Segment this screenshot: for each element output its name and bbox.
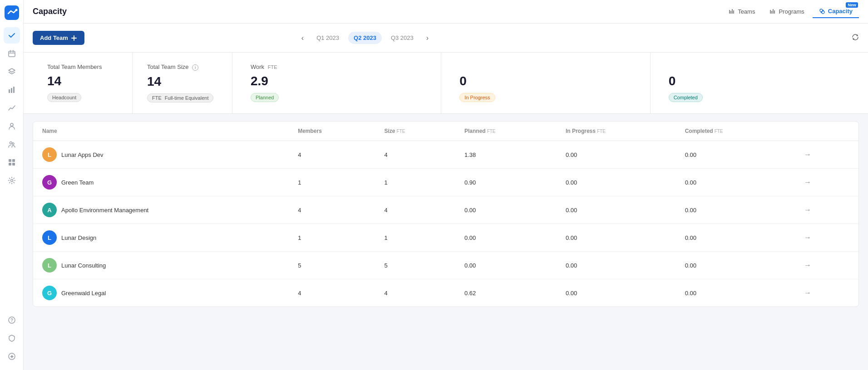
table-row: A Apollo Environment Management 4 4 0.00…: [33, 196, 858, 224]
sidebar-icon-people[interactable]: [4, 118, 20, 134]
row-navigate-button[interactable]: →: [800, 176, 815, 188]
page-content: Add Team ‹ Q1 2023 Q2 2023 Q3 2023 ›: [24, 24, 868, 370]
tab-capacity[interactable]: Capacity New: [813, 5, 859, 18]
sidebar-icon-help[interactable]: ?: [4, 312, 20, 328]
svg-rect-23: [732, 9, 733, 14]
work-in-progress-badge: In Progress: [459, 93, 495, 102]
cell-name: G Green Team: [33, 169, 289, 196]
teams-table: Name Members SizeFTE PlannedFTE In Progr…: [33, 121, 859, 307]
sidebar-icon-person[interactable]: [4, 136, 20, 152]
cell-name: L Lunar Design: [33, 224, 289, 252]
stat-total-size: Total Team Size i 14 FTE Full-time Equiv…: [133, 53, 232, 113]
cell-name: A Apollo Environment Management: [33, 196, 289, 224]
table-header: Name Members SizeFTE PlannedFTE In Progr…: [33, 122, 858, 141]
work-completed: 0 Completed: [651, 53, 859, 113]
work-planned-value: 2.9: [251, 74, 423, 88]
cell-members: 4: [289, 279, 375, 307]
svg-rect-2: [9, 51, 15, 57]
tab-programs[interactable]: Programs: [763, 5, 810, 18]
svg-rect-26: [771, 11, 772, 14]
work-sections: Work FTE 2.9 Planned 0 In Progress: [232, 53, 859, 113]
sidebar-icon-chart-bar[interactable]: [4, 82, 20, 98]
sidebar-icon-calendar[interactable]: [4, 45, 20, 62]
sidebar-icon-bolt[interactable]: ✦: [4, 348, 20, 365]
sidebar-icon-chart-line[interactable]: [4, 100, 20, 116]
stats-row: Total Team Members 14 Headcount Total Te…: [24, 53, 868, 114]
cell-completed: 0.00: [676, 252, 791, 279]
cell-in-progress: 0.00: [557, 279, 676, 307]
svg-rect-13: [12, 159, 15, 162]
row-navigate-button[interactable]: →: [800, 204, 815, 216]
tab-capacity-label: Capacity: [828, 8, 853, 15]
cell-arrow: →: [791, 169, 858, 196]
col-name: Name: [33, 122, 289, 141]
svg-rect-8: [13, 87, 15, 93]
svg-text:?: ?: [10, 318, 13, 323]
col-size: SizeFTE: [375, 122, 455, 141]
svg-point-16: [10, 180, 13, 182]
row-navigate-button[interactable]: →: [800, 259, 815, 271]
sidebar-icon-check[interactable]: [4, 27, 20, 44]
programs-icon: [769, 9, 776, 15]
quarter-prev-button[interactable]: ‹: [298, 32, 307, 44]
plus-icon: [71, 35, 77, 41]
app-logo[interactable]: [5, 5, 19, 20]
tab-teams-label: Teams: [738, 8, 755, 15]
tab-programs-label: Programs: [779, 8, 804, 15]
svg-rect-24: [733, 10, 734, 14]
sidebar-icon-grid[interactable]: [4, 154, 20, 170]
team-avatar: A: [42, 203, 57, 217]
cell-completed: 0.00: [676, 141, 791, 169]
sidebar-icon-settings[interactable]: [4, 172, 20, 189]
tab-teams[interactable]: Teams: [722, 5, 761, 18]
quarter-q1[interactable]: Q1 2023: [311, 32, 345, 44]
team-avatar: G: [42, 175, 57, 190]
table-row: L Lunar Design 1 1 0.00 0.00 0.00 →: [33, 224, 858, 252]
stat-size-value: 14: [147, 74, 217, 89]
sidebar-icon-shield[interactable]: [4, 330, 20, 346]
row-navigate-button[interactable]: →: [800, 287, 815, 299]
top-navigation: Capacity Teams Programs: [24, 0, 868, 24]
cell-in-progress: 0.00: [557, 169, 676, 196]
svg-point-32: [822, 11, 824, 14]
sidebar-bottom: ? ✦: [4, 312, 20, 365]
cell-arrow: →: [791, 252, 858, 279]
cell-planned: 1.38: [455, 141, 557, 169]
refresh-button[interactable]: [852, 34, 859, 43]
cell-in-progress: 0.00: [557, 224, 676, 252]
svg-rect-22: [730, 11, 731, 14]
row-navigate-button[interactable]: →: [800, 232, 815, 243]
add-team-button[interactable]: Add Team: [33, 31, 84, 45]
quarter-navigation: ‹ Q1 2023 Q2 2023 Q3 2023 ›: [298, 32, 432, 44]
table-body: L Lunar Apps Dev 4 4 1.38 0.00 0.00 → G …: [33, 141, 858, 307]
cell-name: L Lunar Consulting: [33, 252, 289, 279]
svg-rect-15: [12, 163, 15, 166]
refresh-icon: [852, 34, 859, 41]
col-members: Members: [289, 122, 375, 141]
cell-members: 1: [289, 224, 375, 252]
quarter-q3[interactable]: Q3 2023: [385, 32, 419, 44]
sidebar-icon-layers[interactable]: [4, 63, 20, 80]
nav-tabs: Teams Programs Capacity: [722, 5, 859, 18]
cell-size: 1: [375, 169, 455, 196]
quarter-q2[interactable]: Q2 2023: [348, 32, 382, 44]
row-navigate-button[interactable]: →: [800, 149, 815, 161]
cell-arrow: →: [791, 279, 858, 307]
work-in-progress-value: 0: [459, 74, 631, 88]
info-icon[interactable]: i: [192, 64, 198, 71]
quarter-next-button[interactable]: ›: [423, 32, 432, 44]
teams-data-table: Name Members SizeFTE PlannedFTE In Progr…: [33, 122, 858, 307]
cell-members: 5: [289, 252, 375, 279]
cell-arrow: →: [791, 196, 858, 224]
work-completed-spacer: [669, 63, 841, 70]
cell-completed: 0.00: [676, 279, 791, 307]
svg-point-1: [15, 9, 17, 11]
page-title: Capacity: [33, 7, 713, 16]
svg-rect-14: [9, 163, 11, 166]
svg-point-11: [12, 143, 14, 145]
table-header-row: Name Members SizeFTE PlannedFTE In Progr…: [33, 122, 858, 141]
cell-members: 4: [289, 141, 375, 169]
stat-size-badge: FTE Full-time Equivalent: [147, 93, 213, 102]
cell-planned: 0.90: [455, 169, 557, 196]
svg-rect-28: [774, 10, 775, 14]
